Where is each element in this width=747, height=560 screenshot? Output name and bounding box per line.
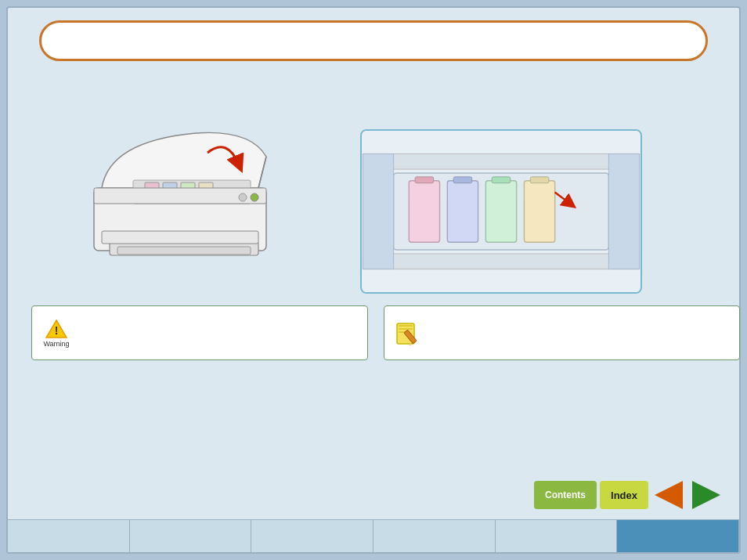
- svg-rect-15: [409, 181, 439, 242]
- closeup-image: [360, 129, 642, 294]
- tab-item-5[interactable]: [496, 519, 618, 552]
- svg-rect-2: [117, 247, 251, 255]
- svg-rect-25: [530, 177, 549, 183]
- tab-item-1[interactable]: [8, 519, 130, 552]
- svg-rect-20: [363, 154, 393, 269]
- tab-item-3[interactable]: [251, 519, 374, 552]
- tab-item-2[interactable]: [130, 519, 252, 552]
- warning-box: ! Warning: [31, 305, 368, 360]
- svg-rect-30: [399, 328, 413, 330]
- svg-rect-13: [363, 154, 639, 169]
- svg-rect-23: [453, 177, 472, 183]
- svg-rect-21: [608, 154, 639, 269]
- prev-arrow-icon: [655, 481, 683, 509]
- nav-buttons: Contents Index: [534, 481, 724, 509]
- title-bar: [39, 20, 708, 61]
- warning-label: Warning: [43, 340, 69, 348]
- prev-button[interactable]: [651, 481, 686, 509]
- svg-rect-24: [492, 177, 511, 183]
- warning-icon: ! Warning: [42, 318, 71, 348]
- svg-rect-3: [102, 231, 258, 244]
- note-box: [384, 305, 740, 360]
- svg-text:!: !: [55, 324, 59, 337]
- tab-bar: [8, 519, 739, 552]
- note-icon-image: [394, 319, 422, 347]
- next-arrow-icon: [692, 481, 720, 509]
- printer-image: [70, 110, 290, 274]
- svg-point-11: [251, 193, 258, 201]
- svg-rect-29: [399, 325, 413, 327]
- tab-item-6[interactable]: [617, 519, 739, 552]
- svg-rect-16: [447, 181, 478, 242]
- svg-rect-19: [363, 254, 639, 269]
- main-content: ! Warning: [23, 78, 724, 505]
- svg-point-10: [239, 193, 247, 201]
- contents-button[interactable]: Contents: [534, 481, 597, 509]
- tab-item-4[interactable]: [374, 519, 496, 552]
- index-button[interactable]: Index: [600, 481, 648, 509]
- svg-rect-18: [524, 181, 554, 242]
- svg-rect-22: [415, 177, 434, 183]
- next-button[interactable]: [689, 481, 724, 509]
- svg-rect-17: [485, 181, 516, 242]
- outer-frame: ! Warning Contents: [6, 6, 741, 554]
